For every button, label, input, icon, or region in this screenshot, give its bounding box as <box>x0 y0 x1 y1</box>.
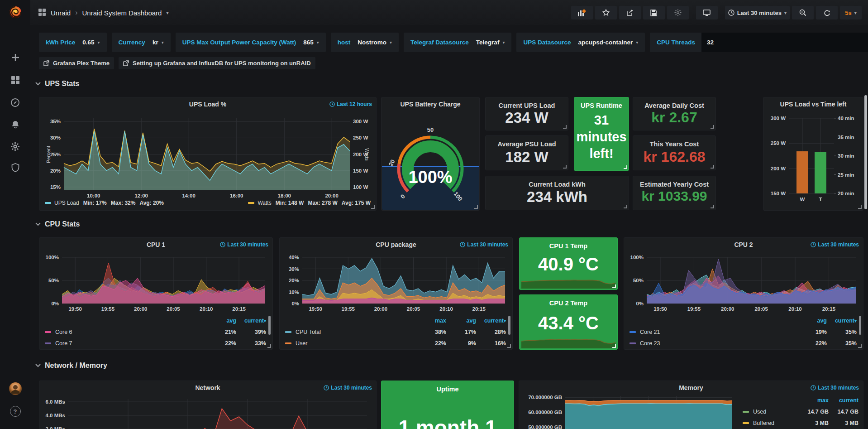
configuration-gear-icon[interactable] <box>0 142 30 151</box>
dashboards-icon[interactable] <box>0 76 30 85</box>
variable-input[interactable]: 32 <box>701 33 868 52</box>
panel-time-range[interactable]: Last 30 minutes <box>811 385 859 391</box>
legend-scrollbar[interactable] <box>508 316 510 335</box>
create-plus-icon[interactable] <box>0 53 30 62</box>
ups-load-vs-time-chart[interactable]: 150 W200 W250 W300 W20 min25 min30 min35… <box>763 110 863 211</box>
variable-ups-max-output-power-capacity-watt-[interactable]: UPS Max Output Power Capacity (Watt)865▾ <box>176 33 326 52</box>
panel-average-daily-cost: Average Daily Cost kr 2.67 <box>633 97 716 130</box>
explore-compass-icon[interactable] <box>0 98 30 107</box>
panel-title[interactable]: UPS Battery Charge <box>382 101 479 108</box>
panel-time-range[interactable]: Last 30 minutes <box>220 241 268 248</box>
page-scrollbar[interactable] <box>864 95 867 209</box>
stat-title[interactable]: Average PSU Load <box>486 140 568 148</box>
panel-time-range[interactable]: Last 30 minutes <box>811 241 859 248</box>
section-ups-stats[interactable]: UPS Stats <box>35 80 79 88</box>
panel-cpu2-temp: CPU 2 Temp 43.4 °C <box>519 294 618 350</box>
cpu2-chart[interactable]: 19:5019:5520:0020:0520:1020:150%50%100% <box>628 251 859 314</box>
legend-header: avgcurrent▾ <box>45 315 266 326</box>
refresh-interval-picker[interactable]: 5s ▾ <box>840 6 862 19</box>
battery-gauge[interactable]: 02050100 <box>382 108 479 208</box>
refresh-button[interactable] <box>816 6 838 19</box>
series-swatch <box>285 331 291 333</box>
variable-currency[interactable]: Currencykr▾ <box>112 33 171 52</box>
chart-legend[interactable]: UPS LoadMin: 17%Max: 32%Avg: 20%WattsMin… <box>45 200 371 206</box>
legend-col-avg[interactable]: avg <box>206 318 236 324</box>
legend-col-current[interactable]: current▾ <box>476 318 506 324</box>
panel-title[interactable]: UPS Load vs Time left <box>763 101 863 108</box>
stat-title[interactable]: Average Daily Cost <box>633 102 715 109</box>
panel-time-range[interactable]: Last 30 minutes <box>460 241 508 248</box>
variable-kwh-price[interactable]: kWh Price0.65▾ <box>39 33 107 52</box>
stat-title[interactable]: Uptime <box>382 386 514 393</box>
legend-row[interactable]: CPU Total38%17%28% <box>285 326 506 337</box>
legend-col-current[interactable]: current <box>829 397 858 404</box>
user-avatar[interactable] <box>0 382 30 395</box>
legend-row[interactable]: User22%9%16% <box>285 337 506 349</box>
legend-series[interactable]: WattsMin: 148 WMax: 278 WAvg: 175 W <box>248 200 371 206</box>
cycle-view-button[interactable] <box>696 6 718 19</box>
legend-row[interactable]: Used14.7 GB14.7 GB <box>743 406 858 417</box>
legend-col-current[interactable]: current▾ <box>236 318 266 324</box>
svg-text:100%: 100% <box>630 255 644 260</box>
legend-row[interactable]: Buffered3 MB3 MB <box>743 417 858 429</box>
share-button[interactable] <box>619 6 641 19</box>
legend-row[interactable]: Core 2322%35% <box>630 337 857 349</box>
series-swatch <box>743 411 749 413</box>
cpu1-chart[interactable]: 19:5019:5520:0020:0520:1020:150%50%100% <box>43 251 269 314</box>
cpu-package-chart[interactable]: 19:5019:5520:0020:0520:1020:150%10%20%30… <box>283 251 509 314</box>
zoom-out-button[interactable] <box>792 6 814 19</box>
variable-host[interactable]: hostNostromo▾ <box>331 33 399 52</box>
stat-title[interactable]: This Years Cost <box>633 140 715 148</box>
svg-text:19:55: 19:55 <box>342 306 355 312</box>
chart-legend[interactable]: maxavgcurrent▾CPU Total38%17%28%User22%9… <box>285 315 506 349</box>
dashboards-grid-icon[interactable] <box>38 8 46 18</box>
help-icon[interactable]: ? <box>0 406 30 417</box>
title-caret-icon[interactable]: ▾ <box>166 10 168 15</box>
alerting-bell-icon[interactable] <box>0 120 30 129</box>
stat-title[interactable]: Current UPS Load <box>486 102 568 109</box>
grafana-logo[interactable] <box>0 4 30 20</box>
legend-series[interactable]: UPS LoadMin: 17%Max: 32%Avg: 20% <box>45 200 164 206</box>
section-network-memory[interactable]: Network / Memory <box>35 362 107 370</box>
svg-text:12:00: 12:00 <box>135 193 148 198</box>
time-range-picker[interactable]: Last 30 minutes ▾ <box>725 6 790 19</box>
dashboard-settings-button[interactable] <box>667 6 689 19</box>
stat-title[interactable]: Current Load kWh <box>486 181 629 188</box>
panel-title[interactable]: UPS Load % <box>39 101 376 108</box>
add-panel-button[interactable] <box>571 6 593 19</box>
chart-legend[interactable]: maxcurrentUsed14.7 GB14.7 GBBuffered3 MB… <box>743 395 858 429</box>
svg-text:30 min: 30 min <box>838 153 854 159</box>
legend-col-current[interactable]: current▾ <box>827 318 857 324</box>
stat-title[interactable]: CPU 1 Temp <box>520 242 617 250</box>
panel-time-range[interactable]: Last 12 hours <box>329 101 372 107</box>
ups-load-chart[interactable]: Percent Watts 10:0012:0014:0016:0018:002… <box>43 110 372 199</box>
dashboard-link[interactable]: Setting up Grafana and InfluxDB for UPS … <box>119 57 315 69</box>
legend-row[interactable]: Core 722%33% <box>45 337 266 349</box>
stat-title[interactable]: CPU 2 Temp <box>520 299 617 307</box>
chart-legend[interactable]: avgcurrent▾Core 621%39%Core 722%33% <box>45 315 266 349</box>
legend-col-avg[interactable]: avg <box>797 318 827 324</box>
stat-title[interactable]: Estimated Yearly Cost <box>633 181 715 188</box>
stat-title[interactable]: UPS Runtime <box>574 102 629 109</box>
section-cpu-stats[interactable]: CPU Stats <box>35 220 80 228</box>
save-button[interactable] <box>643 6 665 19</box>
variable-cpu-threads[interactable]: CPU Threads32 <box>650 33 868 52</box>
legend-col-avg[interactable]: avg <box>446 318 476 324</box>
panel-this-years-cost: This Years Cost kr 162.68 <box>633 135 716 170</box>
breadcrumb-section[interactable]: Unraid <box>51 9 71 17</box>
variable-telegraf-datasource[interactable]: Telegraf DatasourceTelegraf▾ <box>404 33 511 52</box>
variable-ups-datasource[interactable]: UPS Datasourceapcupsd-container▾ <box>516 33 645 52</box>
server-admin-shield-icon[interactable] <box>0 163 30 172</box>
legend-col-max[interactable]: max <box>416 318 446 324</box>
chart-legend[interactable]: avgcurrent▾Core 2119%35%Core 2322%35% <box>630 315 857 349</box>
legend-scrollbar[interactable] <box>859 316 861 335</box>
legend-row[interactable]: Core 2119%35% <box>630 326 857 337</box>
network-chart[interactable]: 2.0 MBs4.0 MBs6.0 MBs <box>43 393 372 429</box>
star-button[interactable] <box>595 6 617 19</box>
legend-col-max[interactable]: max <box>799 397 829 404</box>
dashboard-link[interactable]: Grafana Plex Theme <box>39 57 114 69</box>
legend-scrollbar[interactable] <box>268 316 271 335</box>
page-title[interactable]: Unraid System Dashboard <box>82 9 162 17</box>
legend-row[interactable]: Core 621%39% <box>45 326 266 337</box>
panel-time-range[interactable]: Last 30 minutes <box>324 385 372 391</box>
